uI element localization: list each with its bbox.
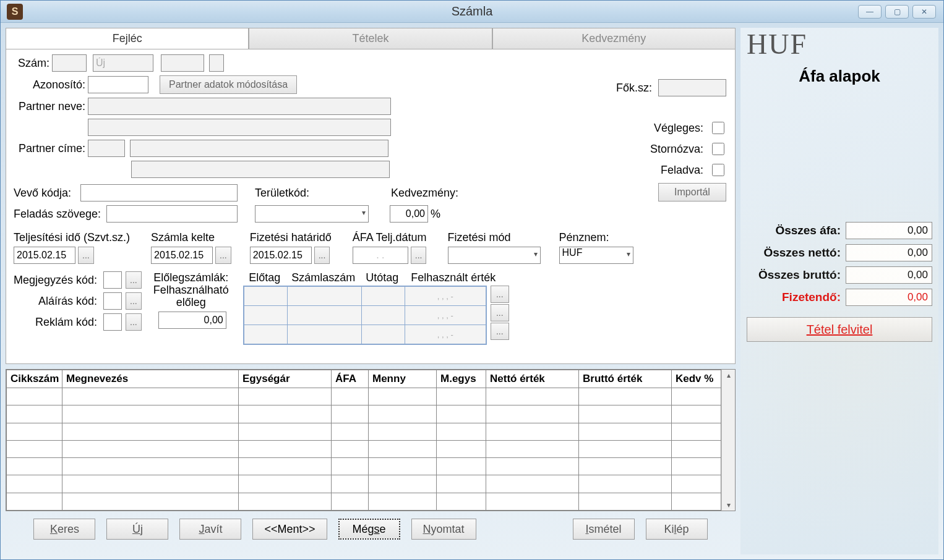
adv-cell[interactable] [244, 325, 288, 344]
input-vevo-kodja[interactable] [80, 184, 238, 202]
input-fizetendo[interactable] [846, 289, 932, 306]
input-partner-neve2[interactable] [88, 119, 391, 136]
select-teruletkod[interactable] [255, 205, 369, 223]
input-osszes-brutto[interactable] [846, 266, 932, 284]
adv-row-picker-1[interactable]: ... [491, 286, 509, 303]
input-kedvezmeny[interactable] [390, 205, 428, 223]
items-table[interactable]: Cikkszám Megnevezés Egységár ÁFA Menny M… [6, 370, 721, 511]
input-osszes-netto[interactable] [846, 244, 932, 261]
button-szamla-kelte-picker[interactable]: ... [215, 247, 231, 264]
button-importal[interactable]: Importál [658, 183, 726, 202]
input-szam-uj[interactable] [93, 54, 153, 72]
input-osszes-afa[interactable] [846, 222, 932, 239]
minimize-button[interactable]: — [858, 5, 882, 19]
select-penznem[interactable]: HUF [559, 247, 633, 264]
th-megnevezes[interactable]: Megnevezés [62, 370, 239, 388]
advance-area: Megjegyzés kód: ... Aláírás kód: ... Rek… [14, 271, 727, 345]
tab-tetelek[interactable]: Tételek [249, 28, 492, 49]
th-netto[interactable]: Nettó érték [486, 370, 579, 388]
input-eloleg[interactable] [158, 312, 226, 329]
th-megys[interactable]: M.egys [437, 370, 486, 388]
tab-fejlec[interactable]: Fejléc [6, 28, 249, 49]
th-egysegar[interactable]: Egységár [239, 370, 332, 388]
checkbox-vegleges[interactable] [712, 122, 724, 134]
button-kilep[interactable]: Kilép [646, 519, 708, 540]
label-afa-telj: ÁFA Telj.dátum [353, 231, 429, 244]
label-osszes-brutto: Összes bruttó: [758, 268, 841, 282]
adv-cell[interactable] [288, 325, 362, 344]
button-telj-ido-picker[interactable]: ... [78, 247, 94, 264]
button-megjegyzes-picker[interactable]: ... [126, 271, 142, 289]
button-ment[interactable]: <<Ment>> [252, 519, 327, 540]
adv-cell[interactable] [244, 306, 288, 325]
maximize-button[interactable]: ▢ [885, 5, 909, 19]
label-osszes-afa: Összes áfa: [775, 224, 841, 237]
input-azonosito[interactable] [88, 76, 148, 93]
button-keres[interactable]: Keres [33, 519, 95, 540]
table-row[interactable] [7, 405, 721, 423]
table-row[interactable] [7, 388, 721, 405]
select-fiz-mod[interactable] [448, 247, 541, 264]
scroll-up-icon[interactable]: ▴ [727, 371, 731, 380]
table-row[interactable] [7, 423, 721, 440]
th-menny[interactable]: Menny [369, 370, 437, 388]
button-partner-modosit[interactable]: Partner adatok módosítása [160, 75, 297, 94]
th-afa[interactable]: ÁFA [332, 370, 369, 388]
input-partner-neve[interactable] [88, 98, 391, 115]
adv-cell[interactable] [362, 306, 405, 325]
input-szam-suffix[interactable] [209, 54, 224, 72]
adv-h-utotag: Utótag [361, 271, 404, 284]
close-button[interactable]: ✕ [912, 5, 936, 19]
adv-cell[interactable] [244, 287, 288, 305]
button-uj[interactable]: Új [106, 519, 168, 540]
button-afa-telj-picker[interactable]: ... [411, 247, 427, 264]
th-brutto[interactable]: Bruttó érték [579, 370, 672, 388]
tab-kedvezmeny[interactable]: Kedvezmény [492, 28, 736, 49]
adv-cell[interactable]: , , , - [405, 306, 486, 325]
adv-cell[interactable] [362, 325, 405, 344]
checkbox-stornozva[interactable] [712, 143, 724, 155]
input-szamla-kelte[interactable] [151, 247, 213, 264]
input-fiz-hatarido[interactable] [250, 247, 312, 264]
input-cime-2[interactable] [131, 161, 390, 178]
button-nyomtat[interactable]: Nyomtat [411, 519, 476, 540]
input-alairas-kod[interactable] [103, 292, 122, 310]
input-afa-telj[interactable] [353, 247, 408, 264]
button-reklam-picker[interactable]: ... [126, 313, 142, 331]
label-szam: Szám: [14, 57, 52, 70]
adv-cell[interactable] [362, 287, 405, 305]
button-alairas-picker[interactable]: ... [126, 292, 142, 310]
button-tetel-felvitel[interactable]: Tétel felvitel [747, 317, 932, 342]
input-szam-prefix[interactable] [52, 54, 87, 72]
window-title: Számla [452, 4, 493, 19]
input-foksz[interactable] [658, 79, 726, 96]
table-scrollbar[interactable]: ▴ ▾ [721, 370, 735, 511]
adv-row-picker-2[interactable]: ... [491, 304, 509, 321]
input-szam-num[interactable] [161, 54, 204, 72]
button-ismetel[interactable]: Ismétel [573, 519, 635, 540]
th-cikkszam[interactable]: Cikkszám [7, 370, 62, 388]
adv-cell[interactable] [288, 306, 362, 325]
adv-cell[interactable]: , , , - [405, 287, 486, 305]
scroll-down-icon[interactable]: ▾ [727, 501, 731, 509]
button-javit[interactable]: Javít [179, 519, 241, 540]
input-cime-1[interactable] [130, 140, 388, 157]
adv-row-picker-3[interactable]: ... [491, 323, 509, 340]
input-reklam-kod[interactable] [103, 313, 122, 331]
th-kedv[interactable]: Kedv % [672, 370, 721, 388]
input-telj-ido[interactable] [14, 247, 75, 264]
input-feladas-szovege[interactable] [106, 205, 238, 223]
table-row[interactable] [7, 440, 721, 457]
label-szamla-kelte: Számla kelte [151, 231, 231, 244]
table-row[interactable] [7, 493, 721, 510]
button-megse[interactable]: Mégse [338, 519, 400, 540]
adv-cell[interactable] [288, 287, 362, 305]
table-row[interactable] [7, 458, 721, 475]
adv-cell[interactable]: , , , - [405, 325, 486, 344]
table-row[interactable] [7, 475, 721, 493]
input-cime-zip[interactable] [88, 140, 125, 157]
date-fields: Teljesítési idő (Szvt.sz.) ... Számla ke… [14, 231, 727, 264]
checkbox-feladva[interactable] [712, 164, 724, 176]
input-megjegyzes-kod[interactable] [103, 271, 122, 289]
button-fiz-hatarido-picker[interactable]: ... [314, 247, 330, 264]
